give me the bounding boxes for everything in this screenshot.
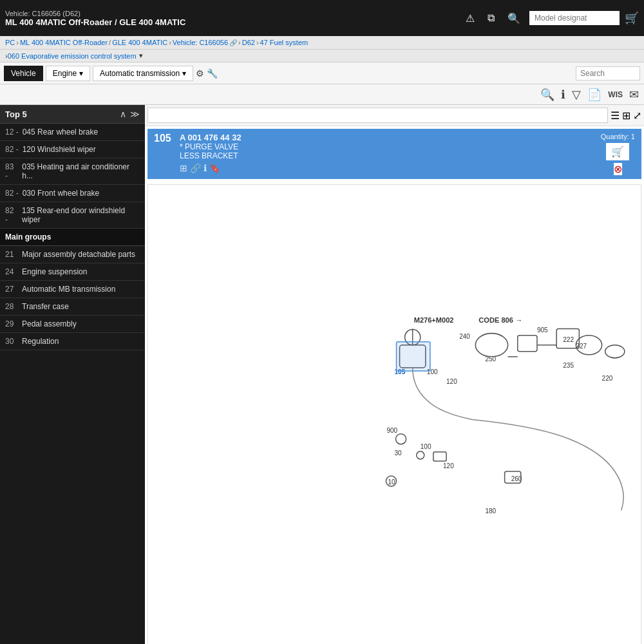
add-to-cart-btn[interactable]: 🛒 [606,143,629,160]
svg-text:120: 120 [446,378,457,385]
sidebar-top5-header: Top 5 ∧ ≫ [0,105,145,124]
vehicle-id: Vehicle: C166056 (D62) [5,10,185,17]
part-row-quantity: Quantity: 1 🛒 ⊗ [601,133,635,175]
part-desc2: LESS BRACKET [180,151,594,160]
sidebar-item-major-assembly[interactable]: 21 Major assembly detachable parts [0,246,145,263]
svg-text:905: 905 [537,327,548,334]
part-row: 105 A 001 476 44 32 * PURGE VALVE LESS B… [147,129,641,179]
part-info-icon[interactable]: ℹ [204,163,207,173]
copy-icon-btn[interactable]: ⧉ [484,11,498,25]
tools-icon[interactable]: 🔧 [207,68,218,79]
breadcrumb-sub: › 060 Evaporative emission control syste… [0,50,644,62]
comp-bottom3 [433,452,446,461]
sidebar-item-front-wheel-brake[interactable]: 82 - 030 Front wheel brake [0,185,145,202]
cart-icon[interactable]: 🛒 [625,11,639,25]
warning-icon-btn[interactable]: ⚠ [462,11,478,26]
part-grid-icon[interactable]: ⊞ [180,163,187,173]
email-icon[interactable]: ✉ [629,88,639,102]
wis-icon[interactable]: WIS [608,90,623,99]
info-icon[interactable]: ℹ [561,88,565,102]
m-label: M276+M002 [414,316,454,324]
svg-text:240: 240 [459,333,470,340]
breadcrumb: PC › ML 400 4MATIC Off-Roader / GLE 400 … [0,36,644,50]
component-right2 [518,336,537,352]
part-link-icon[interactable]: 🔗 [190,163,201,173]
part-bookmark-icon[interactable]: 🔖 [209,163,220,173]
part-number: A 001 476 44 32 [180,133,594,142]
sidebar: Top 5 ∧ ≫ 12 - 045 Rear wheel brake 82 -… [0,105,145,644]
breadcrumb-dropdown-icon[interactable]: ▾ [139,52,143,60]
part-search-input[interactable] [147,108,608,123]
sidebar-item-pedal-assembly[interactable]: 29 Pedal assembly [0,316,145,333]
breadcrumb-d62[interactable]: D62 [242,39,255,46]
top-bar: Vehicle: C166056 (D62) ML 400 4MATIC Off… [0,0,644,36]
component-right5 [605,345,625,358]
search-icon-btn[interactable]: 🔍 [504,11,524,26]
sidebar-top-icons: ∧ ≫ [120,109,140,119]
sidebar-item-engine-suspension[interactable]: 24 Engine suspension [0,263,145,281]
diagram-area: M276+M002 CODE 806 → 905 240 222 227 235… [147,184,641,644]
top5-title: Top 5 [5,109,27,119]
model-search-input[interactable] [529,11,620,25]
vehicle-name: ML 400 4MATIC Off-Roader / GLE 400 4MATI… [5,17,185,27]
comp-bottom2 [417,451,424,459]
sidebar-item-rear-wheel-brake[interactable]: 12 - 045 Rear wheel brake [0,124,145,141]
document-icon[interactable]: 📄 [587,88,601,102]
toolbar: Vehicle Engine ▾ Automatic transmission … [0,62,644,84]
main-groups-header: Main groups [0,229,145,246]
toolbar-search-area [576,66,640,80]
sidebar-item-auto-mb-transmission[interactable]: 27 Automatic MB transmission [0,281,145,298]
sidebar-expand-icon[interactable]: ≫ [130,109,140,119]
diagram-svg: M276+M002 CODE 806 → 905 240 222 227 235… [148,185,641,644]
content-area: ☰ ⊞ ⤢ 105 A 001 476 44 32 * PURGE VALVE … [145,105,644,644]
highlight-105 [397,342,430,371]
engine-dropdown-icon: ▾ [79,69,83,78]
svg-text:900: 900 [386,427,397,434]
part-row-number: 105 [154,133,173,144]
svg-text:222: 222 [563,336,574,343]
breadcrumb-ml[interactable]: ML 400 4MATIC Off-Roader [20,39,108,46]
breadcrumb-fuel[interactable]: 47 Fuel system [260,39,308,46]
remove-btn[interactable]: ⊗ [614,163,622,175]
comp-bottom1 [396,434,406,444]
quantity-label: Quantity: 1 [601,133,635,140]
tab-engine[interactable]: Engine ▾ [46,66,90,81]
tab-vehicle[interactable]: Vehicle [4,66,43,81]
code-label: CODE 806 → [478,316,522,324]
toolbar-search-input[interactable] [576,66,640,80]
tab-automatic-transmission[interactable]: Automatic transmission ▾ [93,66,193,81]
breadcrumb-gle[interactable]: GLE 400 4MATIC [112,39,167,46]
vehicle-link-icon[interactable]: 🔗 [229,39,237,46]
grid-view-icon[interactable]: ⊞ [622,109,630,122]
trans-dropdown-icon: ▾ [182,69,186,78]
breadcrumb-evap[interactable]: 060 Evaporative emission control system [8,52,137,60]
svg-text:30: 30 [395,450,402,457]
maximize-icon[interactable]: ⤢ [633,109,641,122]
part-desc1: * PURGE VALVE [180,142,594,151]
breadcrumb-vehicle[interactable]: Vehicle: C166056 [173,39,228,46]
component-right1 [475,334,507,357]
sidebar-item-transfer-case[interactable]: 28 Transfer case [0,298,145,316]
sidebar-collapse-icon[interactable]: ∧ [120,109,126,119]
top-bar-right: ⚠ ⧉ 🔍 🛒 [462,11,639,26]
sidebar-item-windshield-wiper[interactable]: 82 - 120 Windshield wiper [0,141,145,158]
sidebar-item-rear-door-wiper[interactable]: 82 - 135 Rear-end door windshield wiper [0,202,145,229]
zoom-in-icon[interactable]: 🔍 [540,88,554,102]
main-layout: Top 5 ∧ ≫ 12 - 045 Rear wheel brake 82 -… [0,105,644,644]
settings-icon[interactable]: ⚙ [196,68,204,79]
pipe-main [413,368,623,510]
svg-text:120: 120 [443,462,454,469]
sidebar-item-regulation[interactable]: 30 Regulation [0,333,145,350]
top-icon-bar: 🔍 ℹ ▽ 📄 WIS ✉ [0,84,644,105]
part-row-action-icons: ⊞ 🔗 ℹ 🔖 [180,163,594,173]
svg-text:100: 100 [421,443,431,450]
svg-text:235: 235 [563,362,574,369]
svg-text:220: 220 [602,375,613,382]
list-view-icon[interactable]: ☰ [611,109,620,122]
sidebar-item-heating[interactable]: 83 - 035 Heating and air conditioner h..… [0,158,145,185]
filter-icon[interactable]: ▽ [572,88,581,102]
svg-text:10: 10 [388,478,395,486]
part-row-info: A 001 476 44 32 * PURGE VALVE LESS BRACK… [180,133,594,173]
svg-text:180: 180 [485,507,496,515]
breadcrumb-pc[interactable]: PC [5,39,15,46]
